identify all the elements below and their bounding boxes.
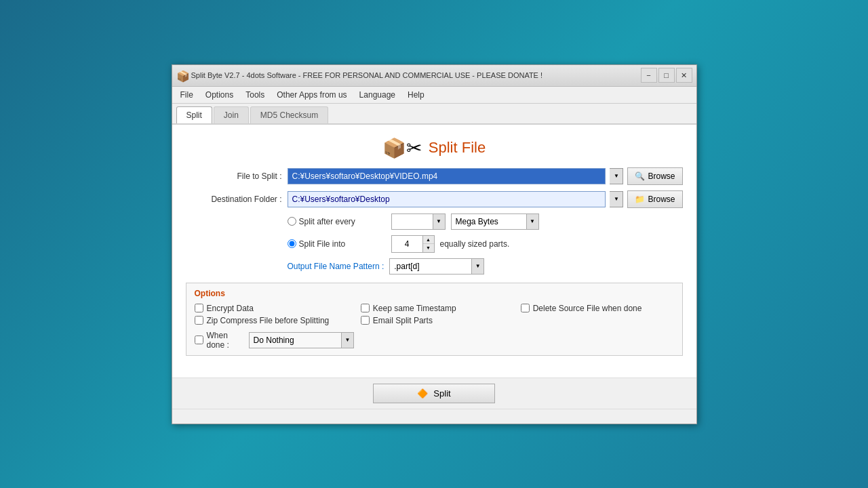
options-grid: Encrypt Data Keep same Timestamp Delete … xyxy=(195,304,674,350)
pattern-arrow[interactable]: ▼ xyxy=(471,259,484,274)
split-after-radio[interactable] xyxy=(288,217,296,226)
delete-source-checkbox[interactable] xyxy=(521,304,530,312)
split-after-combo: ▼ xyxy=(391,214,446,230)
split-button-icon: 🔶 xyxy=(417,388,428,399)
split-after-label[interactable]: Split after every xyxy=(288,217,386,226)
zip-compress-checkbox-label[interactable]: Zip Compress File before Splitting xyxy=(195,316,354,325)
folder-icon: 📁 xyxy=(635,195,645,204)
menu-file[interactable]: File xyxy=(175,88,199,102)
when-done-label: When done : xyxy=(207,331,245,350)
file-input[interactable] xyxy=(288,168,606,184)
minimize-button[interactable]: − xyxy=(641,68,657,83)
file-combo-arrow[interactable]: ▼ xyxy=(610,168,623,184)
dest-label: Destination Folder : xyxy=(186,195,288,204)
menu-tools[interactable]: Tools xyxy=(240,88,270,102)
dest-combo-arrow[interactable]: ▼ xyxy=(610,191,623,207)
main-content: 📦✂ Split File File to Split : ▼ 🔍 Browse… xyxy=(172,125,696,378)
split-icon: 📦✂ xyxy=(382,137,422,159)
delete-source-label: Delete Source File when done xyxy=(533,304,642,313)
split-count-spinbox: ▲ ▼ xyxy=(391,235,435,253)
dest-input[interactable] xyxy=(288,191,606,207)
encrypt-data-checkbox-label[interactable]: Encrypt Data xyxy=(195,304,354,313)
page-title: Split File xyxy=(429,139,486,157)
pattern-input[interactable] xyxy=(390,259,471,274)
menu-help[interactable]: Help xyxy=(402,88,430,102)
tab-split[interactable]: Split xyxy=(176,106,212,123)
main-window: 📦 Split Byte V2.7 - 4dots Software - FRE… xyxy=(172,64,697,424)
delete-source-checkbox-label[interactable]: Delete Source File when done xyxy=(521,304,674,313)
pattern-label: Output File Name Pattern : xyxy=(288,262,384,271)
when-done-arrow[interactable]: ▼ xyxy=(341,333,353,348)
split-into-label[interactable]: Split File into xyxy=(288,239,386,249)
keep-timestamp-label: Keep same Timestamp xyxy=(373,304,456,313)
options-section: Options Encrypt Data Keep same Timestamp… xyxy=(186,283,683,356)
title-bar: 📦 Split Byte V2.7 - 4dots Software - FRE… xyxy=(172,65,696,87)
app-icon: 📦 xyxy=(176,70,187,81)
encrypt-data-checkbox[interactable] xyxy=(195,304,203,312)
when-done-value: Do Nothing xyxy=(250,336,341,345)
options-title: Options xyxy=(195,289,674,298)
menu-other-apps[interactable]: Other Apps from us xyxy=(271,88,352,102)
keep-timestamp-checkbox[interactable] xyxy=(361,304,370,312)
footer-area: 🔶 Split xyxy=(172,378,696,409)
split-after-row: Split after every ▼ Mega Bytes ▼ xyxy=(186,214,683,230)
file-label: File to Split : xyxy=(186,171,288,181)
pattern-combo: ▼ xyxy=(389,258,484,274)
menu-bar: File Options Tools Other Apps from us La… xyxy=(172,87,696,104)
status-bar xyxy=(172,409,696,424)
split-into-text: Split File into xyxy=(299,239,346,249)
zip-compress-label: Zip Compress File before Splitting xyxy=(207,316,330,325)
menu-language[interactable]: Language xyxy=(354,88,401,102)
split-into-radio[interactable] xyxy=(288,239,296,248)
file-row: File to Split : ▼ 🔍 Browse xyxy=(186,167,683,185)
keep-timestamp-checkbox-label[interactable]: Keep same Timestamp xyxy=(361,304,514,313)
email-split-checkbox-label[interactable]: Email Split Parts xyxy=(361,316,514,325)
search-icon: 🔍 xyxy=(635,171,645,181)
file-browse-button[interactable]: 🔍 Browse xyxy=(627,167,682,185)
when-done-checkbox[interactable] xyxy=(195,336,203,344)
when-done-select: Do Nothing ▼ xyxy=(249,332,354,348)
file-input-container: ▼ 🔍 Browse xyxy=(288,167,683,185)
when-done-row: When done : Do Nothing ▼ xyxy=(195,331,354,350)
title-bar-left: 📦 Split Byte V2.7 - 4dots Software - FRE… xyxy=(176,70,543,81)
header-area: 📦✂ Split File xyxy=(186,131,683,167)
spinbox-arrows: ▲ ▼ xyxy=(422,236,434,252)
dest-browse-button[interactable]: 📁 Browse xyxy=(627,190,682,208)
email-split-checkbox[interactable] xyxy=(361,316,370,325)
tab-md5[interactable]: MD5 Checksum xyxy=(250,106,328,123)
spinbox-up[interactable]: ▲ xyxy=(423,236,434,244)
zip-compress-checkbox[interactable] xyxy=(195,316,203,325)
spinbox-down[interactable]: ▼ xyxy=(423,244,434,252)
megabytes-value: Mega Bytes xyxy=(452,217,526,226)
close-button[interactable]: ✕ xyxy=(676,68,692,83)
megabytes-arrow[interactable]: ▼ xyxy=(526,214,538,229)
split-count-input[interactable] xyxy=(392,236,422,252)
menu-options[interactable]: Options xyxy=(200,88,239,102)
dest-browse-label: Browse xyxy=(648,195,675,204)
megabytes-combo: Mega Bytes ▼ xyxy=(451,214,539,230)
equally-text: equally sized parts. xyxy=(440,239,510,249)
split-into-row: Split File into ▲ ▼ equally sized parts. xyxy=(186,235,683,253)
dest-input-container: ▼ 📁 Browse xyxy=(288,190,683,208)
dest-row: Destination Folder : ▼ 📁 Browse xyxy=(186,190,683,208)
email-split-label: Email Split Parts xyxy=(373,316,433,325)
split-after-text: Split after every xyxy=(299,217,355,226)
maximize-button[interactable]: □ xyxy=(658,68,675,83)
encrypt-data-label: Encrypt Data xyxy=(207,304,254,313)
pattern-row: Output File Name Pattern : ▼ xyxy=(186,258,683,274)
tab-join[interactable]: Join xyxy=(214,106,249,123)
when-done-checkbox-label[interactable]: When done : xyxy=(195,331,245,350)
titlebar-buttons: − □ ✕ xyxy=(641,68,692,83)
split-button-label: Split xyxy=(433,388,450,399)
split-button[interactable]: 🔶 Split xyxy=(373,384,495,403)
split-after-arrow[interactable]: ▼ xyxy=(433,214,445,229)
file-browse-label: Browse xyxy=(648,171,675,181)
tabs-bar: Split Join MD5 Checksum xyxy=(172,104,696,125)
window-title: Split Byte V2.7 - 4dots Software - FREE … xyxy=(191,71,543,79)
